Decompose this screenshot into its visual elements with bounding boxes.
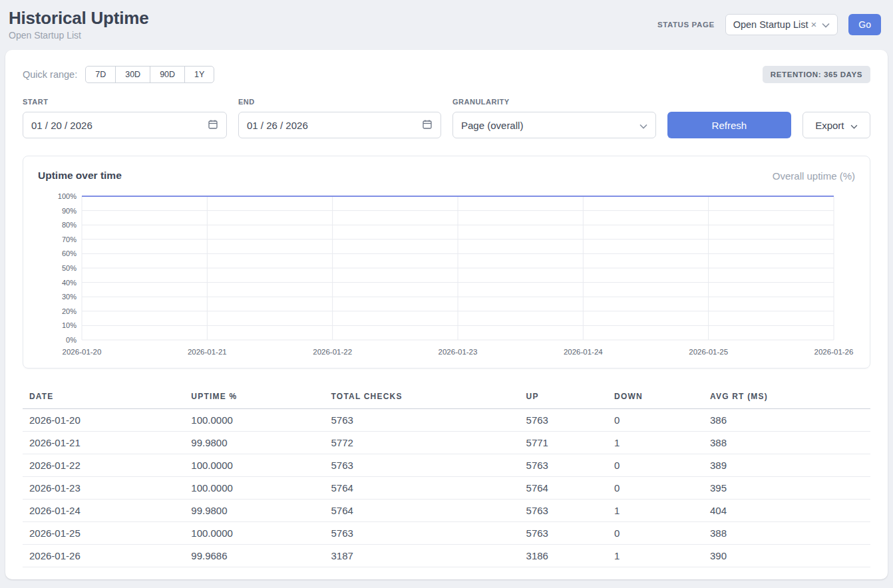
status-page-select[interactable]: Open Startup List ×	[725, 14, 838, 35]
chart-header: Uptime over time Overall uptime (%)	[38, 170, 855, 182]
table-header-row: DATEUPTIME %TOTAL CHECKSUPDOWNAVG RT (MS…	[23, 384, 870, 409]
table-cell: 388	[703, 432, 870, 454]
svg-text:50%: 50%	[62, 264, 77, 272]
table-cell: 0	[608, 477, 703, 500]
table-cell: 3186	[520, 545, 608, 567]
svg-text:40%: 40%	[62, 279, 77, 287]
table-cell: 99.9800	[184, 432, 324, 454]
quick-range-row: Quick range: 7D 30D 90D 1Y RETENTION: 36…	[23, 66, 870, 83]
granularity-select[interactable]: Page (overall)	[452, 112, 656, 138]
table-cell: 100.0000	[184, 409, 324, 432]
svg-text:2026-01-21: 2026-01-21	[188, 348, 227, 356]
table-cell: 2026-01-25	[23, 522, 184, 545]
filter-form: START 01 / 20 / 2026 END 01 / 26 / 2026	[23, 98, 870, 138]
clear-icon[interactable]: ×	[811, 19, 817, 29]
table-cell: 2026-01-22	[23, 454, 184, 477]
page-title: Historical Uptime	[9, 8, 148, 29]
start-date-label: START	[23, 98, 227, 106]
calendar-icon[interactable]	[208, 119, 218, 132]
table-cell: 2026-01-23	[23, 477, 184, 500]
table-row: 2026-01-2499.9800576457631404	[23, 500, 870, 522]
table-cell: 99.9800	[184, 500, 324, 522]
table-cell: 389	[703, 454, 870, 477]
table-cell: 5763	[520, 454, 608, 477]
table-cell: 5772	[325, 432, 520, 454]
table-cell: 5763	[520, 522, 608, 545]
svg-text:2026-01-20: 2026-01-20	[63, 348, 102, 356]
table-cell: 3187	[325, 545, 520, 567]
table-row: 2026-01-2699.9686318731861390	[23, 545, 870, 567]
refresh-button[interactable]: Refresh	[667, 112, 791, 138]
svg-text:60%: 60%	[62, 249, 77, 257]
start-date-input[interactable]: 01 / 20 / 2026	[23, 112, 227, 138]
svg-text:20%: 20%	[62, 307, 77, 315]
table-cell: 5763	[325, 409, 520, 432]
svg-text:70%: 70%	[62, 235, 77, 243]
column-header: AVG RT (MS)	[703, 384, 870, 409]
quick-range-90d[interactable]: 90D	[150, 66, 185, 83]
table-cell: 5763	[325, 522, 520, 545]
quick-range-1y[interactable]: 1Y	[184, 66, 214, 83]
uptime-line-chart: 0%10%20%30%40%50%60%70%80%90%100%2026-01…	[38, 190, 856, 360]
svg-text:2026-01-23: 2026-01-23	[439, 348, 478, 356]
table-row: 2026-01-2199.9800577257711388	[23, 432, 870, 454]
svg-text:0%: 0%	[66, 336, 77, 344]
table-cell: 386	[703, 409, 870, 432]
table-body: 2026-01-20100.00005763576303862026-01-21…	[23, 409, 870, 567]
page-header: Historical Uptime Open Startup List STAT…	[0, 0, 893, 46]
table-cell: 5763	[520, 500, 608, 522]
table-cell: 0	[608, 409, 703, 432]
table-cell: 5771	[520, 432, 608, 454]
table-cell: 0	[608, 522, 703, 545]
svg-text:2026-01-22: 2026-01-22	[313, 348, 352, 356]
table-cell: 1	[608, 545, 703, 567]
table-cell: 5763	[520, 409, 608, 432]
column-header: DATE	[23, 384, 184, 409]
table-cell: 2026-01-26	[23, 545, 184, 567]
main-card: Quick range: 7D 30D 90D 1Y RETENTION: 36…	[5, 50, 888, 579]
svg-text:80%: 80%	[62, 221, 77, 229]
chart-legend: Overall uptime (%)	[773, 170, 855, 182]
uptime-table: DATEUPTIME %TOTAL CHECKSUPDOWNAVG RT (MS…	[23, 384, 870, 567]
quick-range-label: Quick range:	[23, 69, 77, 80]
table-cell: 100.0000	[184, 522, 324, 545]
table-cell: 1	[608, 432, 703, 454]
end-date-label: END	[238, 98, 441, 106]
end-date-input[interactable]: 01 / 26 / 2026	[238, 112, 441, 138]
table-row: 2026-01-20100.0000576357630386	[23, 409, 870, 432]
table-cell: 5763	[325, 454, 520, 477]
svg-text:2026-01-26: 2026-01-26	[814, 348, 854, 356]
table-cell: 5764	[520, 477, 608, 500]
table-cell: 404	[703, 500, 870, 522]
quick-range-group: 7D 30D 90D 1Y	[85, 66, 214, 83]
granularity-value: Page (overall)	[461, 120, 523, 131]
table-row: 2026-01-23100.0000576457640395	[23, 477, 870, 500]
chart-title: Uptime over time	[38, 170, 122, 182]
column-header: UPTIME %	[184, 384, 324, 409]
start-date-field: START 01 / 20 / 2026	[23, 98, 227, 138]
svg-text:90%: 90%	[62, 207, 77, 215]
calendar-icon[interactable]	[422, 119, 433, 132]
title-block: Historical Uptime Open Startup List	[9, 8, 148, 41]
granularity-label: GRANULARITY	[452, 98, 656, 106]
quick-range-30d[interactable]: 30D	[115, 66, 150, 83]
end-date-field: END 01 / 26 / 2026	[238, 98, 441, 138]
start-date-value: 01 / 20 / 2026	[31, 120, 92, 131]
svg-text:2026-01-25: 2026-01-25	[689, 348, 728, 356]
export-label: Export	[815, 120, 844, 131]
svg-text:2026-01-24: 2026-01-24	[564, 348, 603, 356]
export-button[interactable]: Export	[803, 112, 870, 138]
status-page-label: STATUS PAGE	[657, 21, 715, 29]
go-button[interactable]: Go	[848, 14, 881, 35]
table-cell: 5764	[325, 477, 520, 500]
table-cell: 0	[608, 454, 703, 477]
table-cell: 2026-01-21	[23, 432, 184, 454]
svg-text:30%: 30%	[62, 293, 77, 301]
chevron-down-icon	[850, 120, 858, 131]
table-row: 2026-01-22100.0000576357630389	[23, 454, 870, 477]
chevron-down-icon	[822, 19, 830, 30]
table-row: 2026-01-25100.0000576357630388	[23, 522, 870, 545]
table-cell: 2026-01-20	[23, 409, 184, 432]
quick-range-7d[interactable]: 7D	[85, 66, 116, 83]
end-date-value: 01 / 26 / 2026	[247, 120, 308, 131]
